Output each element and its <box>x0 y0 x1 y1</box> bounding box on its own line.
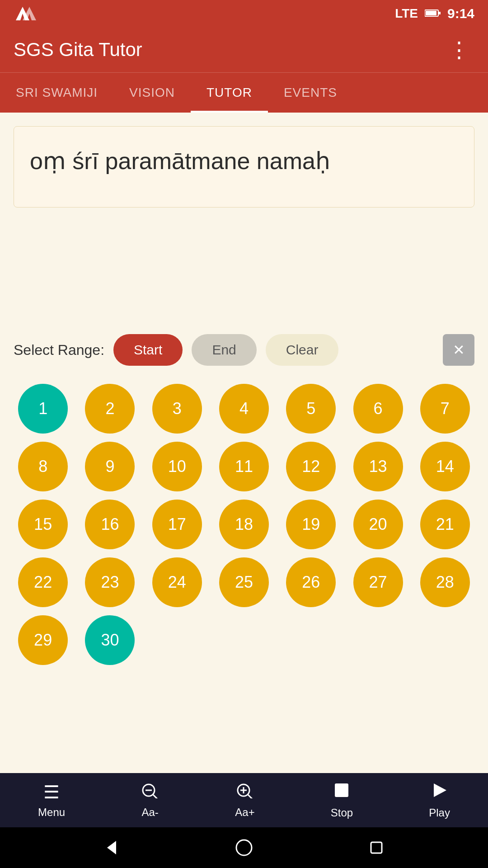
number-button-5[interactable]: 5 <box>286 384 336 434</box>
number-button-19[interactable]: 19 <box>286 500 336 549</box>
number-button-24[interactable]: 24 <box>152 557 202 607</box>
number-button-22[interactable]: 22 <box>18 557 68 607</box>
overflow-menu-button[interactable]: ⋮ <box>444 33 474 67</box>
svg-line-6 <box>153 794 158 798</box>
number-button-8[interactable]: 8 <box>18 442 68 491</box>
play-nav-button[interactable]: Play <box>415 777 464 824</box>
number-button-26[interactable]: 26 <box>286 557 336 607</box>
number-grid: 1234567891011121314151617181920212223242… <box>14 384 474 674</box>
stop-nav-label: Stop <box>331 807 353 819</box>
tab-sri-swamiji[interactable]: SRI SWAMIJI <box>0 73 113 113</box>
number-button-14[interactable]: 14 <box>420 442 470 491</box>
number-button-28[interactable]: 28 <box>420 557 470 607</box>
play-nav-label: Play <box>429 807 450 819</box>
svg-rect-12 <box>335 783 348 797</box>
lte-icon: LTE <box>395 6 418 21</box>
number-button-16[interactable]: 16 <box>85 500 135 549</box>
tabs-bar: SRI SWAMIJI VISION TUTOR EVENTS <box>0 72 488 113</box>
number-button-15[interactable]: 15 <box>18 500 68 549</box>
number-button-1[interactable]: 1 <box>18 384 68 434</box>
status-bar-right: LTE 9:14 <box>395 6 474 21</box>
range-label: Select Range: <box>14 342 104 359</box>
stop-nav-button[interactable]: Stop <box>317 777 366 824</box>
number-button-23[interactable]: 23 <box>85 557 135 607</box>
number-button-20[interactable]: 20 <box>353 500 403 549</box>
svg-line-9 <box>248 794 253 798</box>
tab-vision[interactable]: VISION <box>113 73 191 113</box>
number-button-18[interactable]: 18 <box>219 500 269 549</box>
play-icon <box>431 782 448 803</box>
svg-rect-4 <box>439 12 441 14</box>
recents-button[interactable] <box>367 839 385 857</box>
svg-rect-3 <box>426 11 436 15</box>
number-button-11[interactable]: 11 <box>219 442 269 491</box>
home-button[interactable] <box>235 839 253 857</box>
menu-icon: ☰ <box>43 782 60 802</box>
number-button-29[interactable]: 29 <box>18 615 68 665</box>
main-content: oṃ śrī paramātmane namaḥ Select Range: S… <box>0 113 488 773</box>
nexus-logo-icon <box>14 5 36 23</box>
battery-icon <box>425 6 441 21</box>
status-bar: LTE 9:14 <box>0 0 488 27</box>
status-bar-left <box>14 5 36 23</box>
clear-button[interactable]: Clear <box>266 334 339 366</box>
number-button-13[interactable]: 13 <box>353 442 403 491</box>
start-button[interactable]: Start <box>113 334 183 366</box>
menu-nav-label: Menu <box>38 806 65 819</box>
number-button-7[interactable]: 7 <box>420 384 470 434</box>
svg-marker-13 <box>434 783 446 797</box>
svg-rect-16 <box>371 842 382 853</box>
tab-events[interactable]: EVENTS <box>268 73 353 113</box>
range-selector: Select Range: Start End Clear ✕ <box>14 334 474 366</box>
aa-plus-label: Aa+ <box>235 806 254 819</box>
number-button-6[interactable]: 6 <box>353 384 403 434</box>
spacer <box>14 221 474 334</box>
number-button-4[interactable]: 4 <box>219 384 269 434</box>
number-button-10[interactable]: 10 <box>152 442 202 491</box>
number-button-21[interactable]: 21 <box>420 500 470 549</box>
stop-icon <box>333 782 350 803</box>
number-button-27[interactable]: 27 <box>353 557 403 607</box>
number-button-3[interactable]: 3 <box>152 384 202 434</box>
aa-minus-label: Aa- <box>142 806 159 819</box>
bottom-nav: ☰ Menu Aa- Aa+ Stop <box>0 773 488 827</box>
number-button-2[interactable]: 2 <box>85 384 135 434</box>
aa-minus-nav-button[interactable]: Aa- <box>127 778 173 823</box>
svg-marker-14 <box>107 841 116 854</box>
end-button[interactable]: End <box>192 334 256 366</box>
time-display: 9:14 <box>447 6 474 21</box>
number-button-17[interactable]: 17 <box>152 500 202 549</box>
aa-plus-icon <box>236 782 254 802</box>
back-button[interactable] <box>103 839 121 857</box>
aa-minus-icon <box>141 782 159 802</box>
app-title: SGS Gita Tutor <box>14 39 142 61</box>
app-bar: SGS Gita Tutor ⋮ <box>0 27 488 72</box>
number-button-30[interactable]: 30 <box>85 615 135 665</box>
number-button-25[interactable]: 25 <box>219 557 269 607</box>
number-button-12[interactable]: 12 <box>286 442 336 491</box>
close-button[interactable]: ✕ <box>443 334 474 366</box>
menu-nav-button[interactable]: ☰ Menu <box>24 777 79 823</box>
sanskrit-text: oṃ śrī paramātmane namaḥ <box>30 145 458 178</box>
system-nav-bar <box>0 827 488 868</box>
aa-plus-nav-button[interactable]: Aa+ <box>221 778 268 823</box>
sanskrit-text-card: oṃ śrī paramātmane namaḥ <box>14 126 474 208</box>
tab-tutor[interactable]: TUTOR <box>191 73 268 113</box>
svg-point-15 <box>236 840 252 855</box>
number-button-9[interactable]: 9 <box>85 442 135 491</box>
